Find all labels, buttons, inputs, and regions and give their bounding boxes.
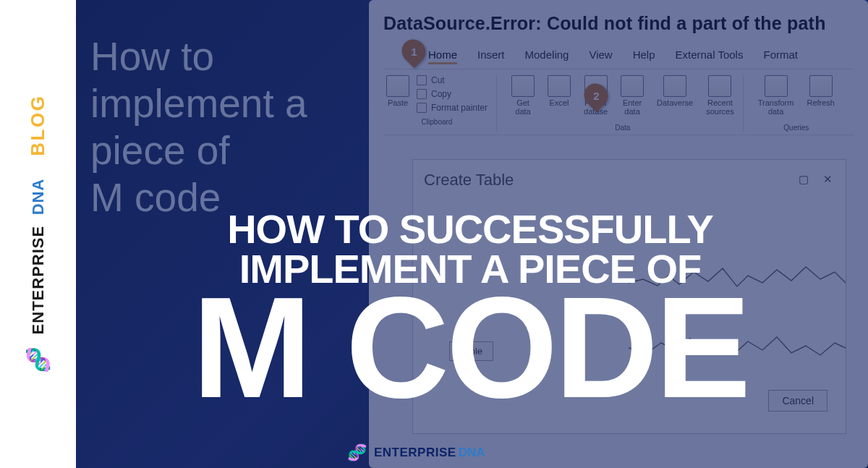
brand-dna: DNA (29, 179, 47, 216)
headline-big: M CODE (83, 282, 857, 414)
brand-sidebar: 🧬 ENTERPRISE DNA BLOG (0, 0, 76, 468)
footer-brand: 🧬 ENTERPRISEDNA (347, 443, 485, 462)
headline: HOW TO SUCCESSFULLY IMPLEMENT A PIECE OF… (83, 210, 857, 414)
headline-line1: HOW TO SUCCESSFULLY (83, 210, 857, 250)
background-blurb: How to implement a piece of M code (90, 33, 307, 221)
footer-dna: DNA (459, 446, 485, 459)
dna-icon: 🧬 (25, 345, 51, 373)
brand-enterprise: ENTERPRISE (29, 226, 47, 335)
footer-enterprise: ENTERPRISE (374, 446, 456, 459)
footer-dna-icon: 🧬 (347, 443, 367, 462)
brand-blog: BLOG (27, 95, 49, 156)
